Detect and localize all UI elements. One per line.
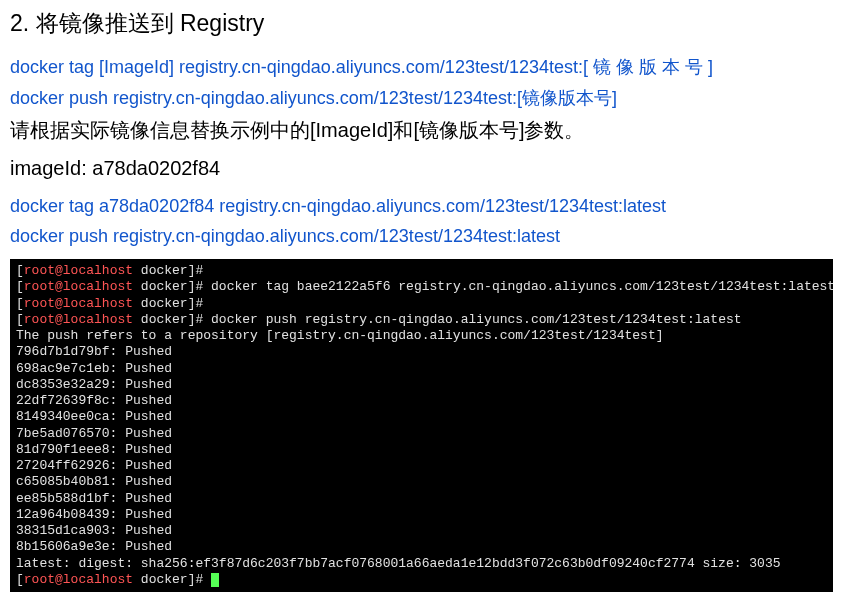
docker-tag-actual: docker tag a78da0202f84 registry.cn-qing… bbox=[10, 192, 833, 221]
docker-tag-template: docker tag [ImageId] registry.cn-qingdao… bbox=[10, 53, 833, 82]
docker-push-actual: docker push registry.cn-qingdao.aliyuncs… bbox=[10, 222, 833, 251]
imageid-value: imageId: a78da0202f84 bbox=[10, 157, 833, 180]
docker-push-template: docker push registry.cn-qingdao.aliyuncs… bbox=[10, 84, 833, 113]
terminal-output: [root@localhost docker]# [root@localhost… bbox=[10, 259, 833, 592]
instruction-text: 请根据实际镜像信息替换示例中的[ImageId]和[镜像版本号]参数。 bbox=[10, 115, 833, 145]
terminal-cursor bbox=[211, 573, 219, 587]
section-heading: 2. 将镜像推送到 Registry bbox=[10, 8, 833, 39]
